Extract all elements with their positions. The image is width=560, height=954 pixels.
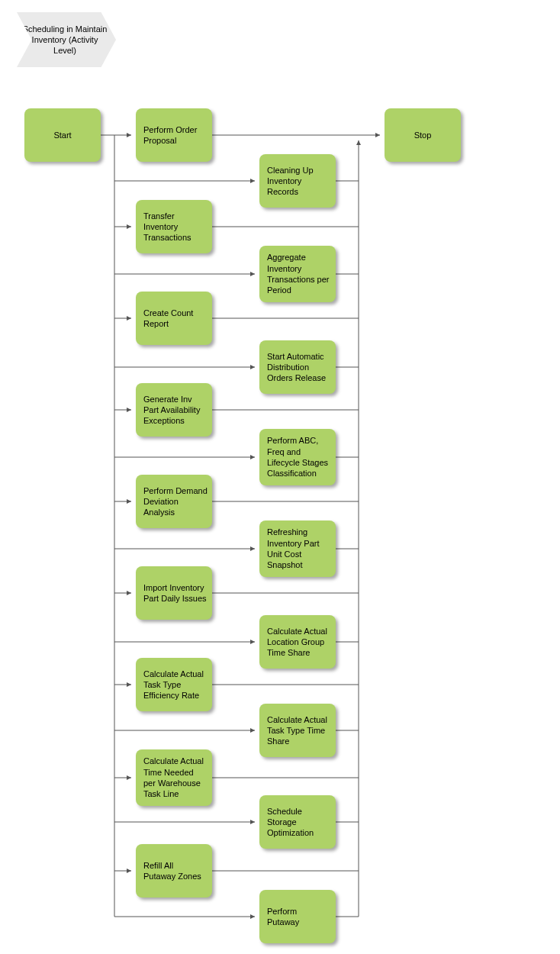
node-label: Generate Inv Part Availability Exception…	[143, 394, 208, 427]
node-label: Import Inventory Part Daily Issues	[143, 582, 208, 604]
node-generate-inv-exceptions: Generate Inv Part Availability Exception…	[136, 383, 212, 437]
node-label: Calculate Actual Location Group Time Sha…	[267, 626, 331, 659]
node-perform-abc: Perform ABC, Freq and Lifecycle Stages C…	[259, 429, 336, 485]
node-import-inventory-daily: Import Inventory Part Daily Issues	[136, 566, 212, 620]
node-start-auto-distribution: Start Automatic Distribution Orders Rele…	[259, 340, 336, 394]
node-refill-all-putaway: Refill All Putaway Zones	[136, 844, 212, 898]
node-label: Start Automatic Distribution Orders Rele…	[267, 351, 331, 384]
node-start: Start	[24, 108, 101, 162]
node-schedule-storage-opt: Schedule Storage Optimization	[259, 795, 336, 849]
node-label: Perform Putaway	[267, 906, 331, 928]
node-cleaning-up-records: Cleaning Up Inventory Records	[259, 154, 336, 208]
node-label: Refreshing Inventory Part Unit Cost Snap…	[267, 527, 331, 570]
node-label: Calculate Actual Task Type Time Share	[267, 714, 331, 747]
node-transfer-inventory: Transfer Inventory Transactions	[136, 200, 212, 253]
node-aggregate-transactions: Aggregate Inventory Transactions per Per…	[259, 246, 336, 302]
node-perform-order-proposal: Perform Order Proposal	[136, 108, 212, 162]
node-label: Cleaning Up Inventory Records	[267, 165, 331, 198]
node-label: Perform Order Proposal	[143, 124, 208, 147]
node-perform-putaway: Perform Putaway	[259, 890, 336, 943]
node-stop: Stop	[385, 108, 461, 162]
node-calc-time-needed: Calculate Actual Time Needed per Warehou…	[136, 749, 212, 806]
node-label: Calculate Actual Time Needed per Warehou…	[143, 756, 208, 799]
node-label: Transfer Inventory Transactions	[143, 211, 208, 243]
node-label: Perform Demand Deviation Analysis	[143, 485, 208, 518]
node-calc-efficiency-rate: Calculate Actual Task Type Efficiency Ra…	[136, 658, 212, 711]
node-label: Create Count Report	[143, 308, 208, 330]
node-label: Aggregate Inventory Transactions per Per…	[267, 252, 331, 295]
node-label: Start	[53, 130, 71, 140]
node-label: Perform ABC, Freq and Lifecycle Stages C…	[267, 435, 331, 479]
node-label: Refill All Putaway Zones	[143, 860, 208, 882]
node-calc-location-group: Calculate Actual Location Group Time Sha…	[259, 615, 336, 669]
node-calc-task-time-share: Calculate Actual Task Type Time Share	[259, 704, 336, 757]
node-refreshing-cost-snapshot: Refreshing Inventory Part Unit Cost Snap…	[259, 521, 336, 577]
node-perform-demand-deviation: Perform Demand Deviation Analysis	[136, 475, 212, 528]
node-label: Calculate Actual Task Type Efficiency Ra…	[143, 669, 208, 701]
node-create-count-report: Create Count Report	[136, 292, 212, 345]
node-label: Schedule Storage Optimization	[267, 806, 331, 839]
node-label: Stop	[414, 130, 432, 140]
